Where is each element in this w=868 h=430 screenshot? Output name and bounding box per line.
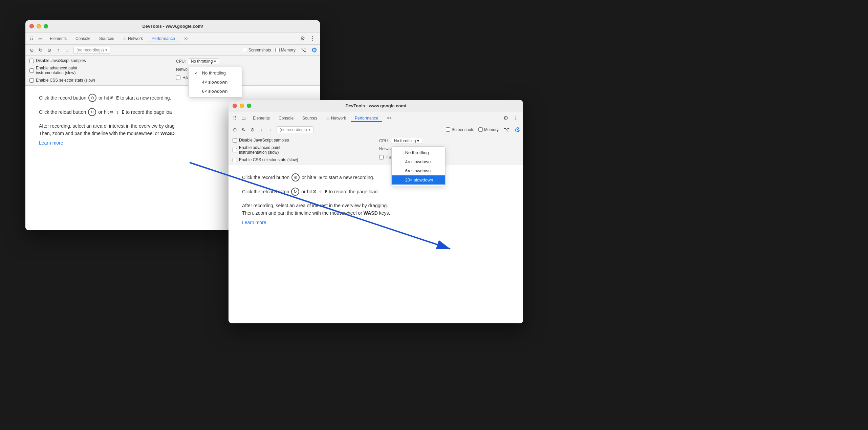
hardware-checkbox-back[interactable] [176,76,180,80]
disable-js-label-back: Disable JavaScript samples [36,58,86,63]
reload-button-front[interactable]: ↻ [240,126,247,133]
cpu-label-front: CPU: [379,138,389,143]
device-icon-front[interactable]: ▭ [240,115,247,122]
cpu-icon-front[interactable]: ⌥ [503,126,510,133]
tab-elements-back[interactable]: Elements [46,35,71,42]
css-selector-label-back: Enable CSS selector stats (slow) [36,78,95,83]
css-selector-row-back: Enable CSS selector stats (slow) [29,78,95,83]
tab-more-back[interactable]: >> [180,35,193,42]
record-button-front[interactable]: ⊙ [231,126,239,133]
network-warning-icon: ⚠ [123,36,127,41]
gear-blue-icon-back[interactable]: ⚙ [311,46,317,54]
disable-js-row-front: Disable JavaScript samples [233,138,289,143]
cpu-dropdown-menu-front[interactable]: No throttling 4× slowdown 6× slowdown [391,146,446,186]
device-icon[interactable]: ▭ [37,35,44,42]
controls-bar-front: ⊙ ↻ ⊘ ↑ ↓ (no recordings) ▾ Screenshots … [229,124,523,135]
more-icon-back[interactable]: ⋮ [308,34,317,43]
controls-bar-back: ⊙ ↻ ⊘ ↑ ↓ (no recordings) ▾ Screenshots … [25,45,320,56]
tab-more-front[interactable]: >> [383,114,396,122]
gear-blue-icon-front[interactable]: ⚙ [514,126,520,134]
network-warning-icon-front: ⚠ [326,116,330,121]
upload-button-front[interactable]: ↑ [258,126,265,133]
css-selector-checkbox-back[interactable] [29,78,34,83]
network-label-back: Netwo [176,67,188,72]
inspect-icon-front[interactable]: ⠿ [231,115,238,122]
clear-button-front[interactable]: ⊘ [249,126,256,133]
record-button-back[interactable]: ⊙ [28,46,36,54]
maximize-button-back[interactable] [44,24,48,28]
recordings-dropdown-back[interactable]: (no recordings) ▾ [73,47,110,53]
tab-elements-front[interactable]: Elements [249,114,274,122]
cpu-dropdown-menu-back[interactable]: ✓ No throttling 4× slowdown 6× slowdown [188,67,242,98]
tab-sources-back[interactable]: Sources [95,35,118,42]
tab-network-back[interactable]: ⚠ Network [119,35,147,42]
dropdown-no-throttling-back[interactable]: ✓ No throttling [189,68,242,78]
reload-button-back[interactable]: ↻ [37,46,44,54]
memory-label-front: Memory [484,127,499,132]
settings-icon-front[interactable]: ⚙ [501,113,510,123]
screenshots-label-back: Screenshots [248,48,271,52]
dropdown-arrow-front: ▾ [308,127,310,132]
devtools-window-front: DevTools - www.google.com/ ⠿ ▭ Elements … [229,100,523,323]
download-button-front[interactable]: ↓ [266,126,274,133]
screenshots-checkbox-back[interactable]: Screenshots [243,48,271,52]
memory-checkbox-front[interactable]: Memory [478,127,499,132]
cpu-row-back: CPU: No throttling ▾ ✓ No throttling [176,58,316,64]
cpu-icon-back[interactable]: ⌥ [300,46,307,54]
css-selector-label-front: Enable CSS selector stats (slow) [239,157,298,162]
upload-button-back[interactable]: ↑ [55,46,62,54]
dropdown-4x-back[interactable]: 4× slowdown [189,78,242,87]
cpu-row-front: CPU: No throttling ▾ No throttling [379,138,519,144]
advanced-paint-checkbox-back[interactable] [29,68,34,73]
settings-panel-front: Disable JavaScript samples Enable advanc… [229,135,523,165]
dropdown-6x-back[interactable]: 6× slowdown [189,87,242,96]
clear-button-back[interactable]: ⊘ [46,46,53,54]
traffic-lights-front [233,104,251,108]
minimize-button-front[interactable] [240,104,244,108]
dropdown-6x-front[interactable]: 6× slowdown [392,166,445,175]
memory-checkbox-back[interactable]: Memory [275,48,296,52]
record-icon-back: ⊙ [88,94,96,102]
reload-icon-back: ↻ [88,108,96,116]
tab-console-front[interactable]: Console [275,114,298,122]
screenshots-input-front[interactable] [446,127,450,132]
tab-network-front[interactable]: ⚠ Network [322,114,350,122]
after-instruction-front: After recording, select an area of inter… [242,202,509,217]
recordings-text-back: (no recordings) [77,48,104,52]
memory-input-front[interactable] [478,127,483,132]
download-button-back[interactable]: ↓ [63,46,71,54]
window-title-front: DevTools - www.google.com/ [345,103,406,108]
memory-input-back[interactable] [275,48,280,52]
dropdown-20x-front[interactable]: 20× slowdown [392,175,445,185]
dropdown-no-throttling-front[interactable]: No throttling [392,148,445,157]
close-button-front[interactable] [233,104,237,108]
disable-js-checkbox-back[interactable] [29,59,34,63]
hardware-checkbox-front[interactable] [379,155,384,159]
more-icon-front[interactable]: ⋮ [511,113,520,123]
inspect-icon[interactable]: ⠿ [28,35,35,42]
cpu-label-back: CPU: [176,59,186,64]
recordings-dropdown-front[interactable]: (no recordings) ▾ [277,126,313,133]
cpu-dropdown-back[interactable]: No throttling ▾ ✓ No throttling 4× slowd… [188,58,219,64]
minimize-button-back[interactable] [37,24,41,28]
tab-performance-front[interactable]: Performance [351,114,382,122]
dropdown-4x-front[interactable]: 4× slowdown [392,157,445,166]
settings-icon-back[interactable]: ⚙ [298,34,307,43]
tab-performance-back[interactable]: Performance [148,35,179,42]
screenshots-input-back[interactable] [243,48,247,52]
cpu-value-back: No throttling [191,59,213,64]
advanced-paint-row-back: Enable advanced paintinstrumentation (sl… [29,66,77,75]
tab-bar-back: ⠿ ▭ Elements Console Sources ⚠ Network P… [25,33,320,45]
tab-sources-front[interactable]: Sources [298,114,321,122]
close-button-back[interactable] [29,24,34,28]
learn-more-link-back[interactable]: Learn more [39,140,63,146]
disable-js-checkbox-front[interactable] [233,138,237,143]
advanced-paint-row-front: Enable advanced paintinstrumentation (sl… [233,145,280,155]
cpu-dropdown-front[interactable]: No throttling ▾ No throttling 4× slowdow… [391,138,422,144]
tab-console-back[interactable]: Console [71,35,94,42]
learn-more-link-front[interactable]: Learn more [242,220,266,225]
maximize-button-front[interactable] [247,104,251,108]
advanced-paint-checkbox-front[interactable] [233,148,237,152]
screenshots-checkbox-front[interactable]: Screenshots [446,127,474,132]
css-selector-checkbox-front[interactable] [233,158,237,162]
